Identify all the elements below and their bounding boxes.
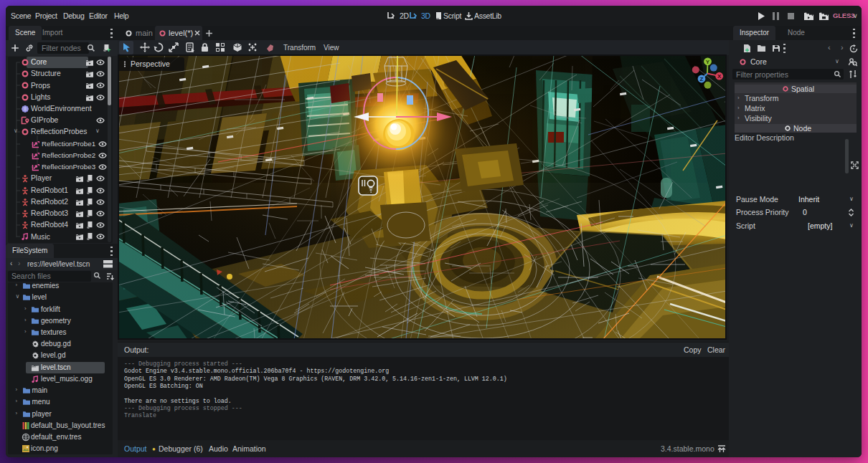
svg-text:X: X [717, 73, 722, 80]
svg-text:Perspective: Perspective [131, 59, 170, 68]
svg-text:Y: Y [706, 59, 710, 65]
svg-text:Z: Z [700, 76, 704, 82]
